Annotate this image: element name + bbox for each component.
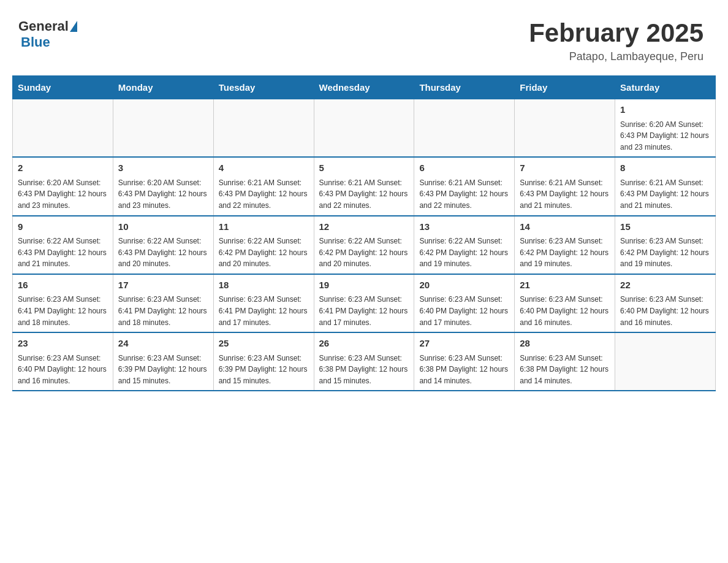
calendar-cell <box>314 99 414 158</box>
calendar-cell <box>213 99 314 158</box>
day-number: 26 <box>319 337 409 351</box>
day-info: Sunrise: 6:23 AM Sunset: 6:40 PM Dayligh… <box>520 294 610 328</box>
day-number: 2 <box>18 161 108 175</box>
day-number: 10 <box>118 220 208 234</box>
calendar-cell: 24Sunrise: 6:23 AM Sunset: 6:39 PM Dayli… <box>113 332 213 391</box>
day-info: Sunrise: 6:23 AM Sunset: 6:38 PM Dayligh… <box>419 353 509 387</box>
day-info: Sunrise: 6:20 AM Sunset: 6:43 PM Dayligh… <box>18 177 108 212</box>
day-info: Sunrise: 6:23 AM Sunset: 6:40 PM Dayligh… <box>620 294 710 328</box>
day-number: 27 <box>419 337 509 351</box>
calendar-cell: 2Sunrise: 6:20 AM Sunset: 6:43 PM Daylig… <box>13 157 113 215</box>
day-info: Sunrise: 6:21 AM Sunset: 6:43 PM Dayligh… <box>620 177 710 212</box>
calendar-cell: 12Sunrise: 6:22 AM Sunset: 6:42 PM Dayli… <box>314 216 414 274</box>
calendar-cell <box>414 99 515 158</box>
day-info: Sunrise: 6:20 AM Sunset: 6:43 PM Dayligh… <box>620 119 710 153</box>
day-info: Sunrise: 6:21 AM Sunset: 6:43 PM Dayligh… <box>520 177 610 212</box>
day-info: Sunrise: 6:23 AM Sunset: 6:38 PM Dayligh… <box>319 353 409 387</box>
calendar-cell: 15Sunrise: 6:23 AM Sunset: 6:42 PM Dayli… <box>615 216 716 274</box>
calendar-cell: 13Sunrise: 6:22 AM Sunset: 6:42 PM Dayli… <box>414 216 515 274</box>
calendar-cell: 22Sunrise: 6:23 AM Sunset: 6:40 PM Dayli… <box>615 274 716 332</box>
day-info: Sunrise: 6:21 AM Sunset: 6:43 PM Dayligh… <box>319 177 409 212</box>
day-info: Sunrise: 6:23 AM Sunset: 6:41 PM Dayligh… <box>319 294 409 328</box>
day-number: 18 <box>219 278 309 293</box>
weekday-header-row: SundayMondayTuesdayWednesdayThursdayFrid… <box>13 76 716 99</box>
calendar-cell: 23Sunrise: 6:23 AM Sunset: 6:40 PM Dayli… <box>13 332 113 391</box>
calendar-title: February 2025 <box>529 18 703 48</box>
calendar-cell: 28Sunrise: 6:23 AM Sunset: 6:38 PM Dayli… <box>515 332 615 391</box>
day-info: Sunrise: 6:23 AM Sunset: 6:41 PM Dayligh… <box>219 294 309 328</box>
day-info: Sunrise: 6:20 AM Sunset: 6:43 PM Dayligh… <box>118 177 208 212</box>
calendar-cell: 5Sunrise: 6:21 AM Sunset: 6:43 PM Daylig… <box>314 157 414 215</box>
weekday-header-wednesday: Wednesday <box>314 76 414 99</box>
calendar-cell: 4Sunrise: 6:21 AM Sunset: 6:43 PM Daylig… <box>213 157 314 215</box>
calendar-cell: 17Sunrise: 6:23 AM Sunset: 6:41 PM Dayli… <box>113 274 213 332</box>
day-number: 15 <box>620 220 710 234</box>
calendar-cell: 8Sunrise: 6:21 AM Sunset: 6:43 PM Daylig… <box>615 157 716 215</box>
weekday-header-tuesday: Tuesday <box>213 76 314 99</box>
day-number: 11 <box>219 220 309 234</box>
day-info: Sunrise: 6:23 AM Sunset: 6:39 PM Dayligh… <box>219 353 309 387</box>
day-number: 8 <box>620 161 710 175</box>
calendar-week-row: 9Sunrise: 6:22 AM Sunset: 6:43 PM Daylig… <box>13 216 716 274</box>
day-number: 14 <box>520 220 610 234</box>
calendar-cell: 18Sunrise: 6:23 AM Sunset: 6:41 PM Dayli… <box>213 274 314 332</box>
calendar-cell: 27Sunrise: 6:23 AM Sunset: 6:38 PM Dayli… <box>414 332 515 391</box>
day-info: Sunrise: 6:23 AM Sunset: 6:41 PM Dayligh… <box>118 294 208 328</box>
day-number: 13 <box>419 220 509 234</box>
calendar-cell: 9Sunrise: 6:22 AM Sunset: 6:43 PM Daylig… <box>13 216 113 274</box>
logo-blue-text: Blue <box>21 34 50 50</box>
day-number: 24 <box>118 337 208 351</box>
day-number: 23 <box>18 337 108 351</box>
title-block: February 2025 Patapo, Lambayeque, Peru <box>529 18 703 63</box>
calendar-cell <box>615 332 716 391</box>
calendar-cell: 25Sunrise: 6:23 AM Sunset: 6:39 PM Dayli… <box>213 332 314 391</box>
day-number: 6 <box>419 161 509 175</box>
calendar-week-row: 23Sunrise: 6:23 AM Sunset: 6:40 PM Dayli… <box>13 332 716 391</box>
day-number: 5 <box>319 161 409 175</box>
day-info: Sunrise: 6:23 AM Sunset: 6:40 PM Dayligh… <box>18 353 108 387</box>
weekday-header-friday: Friday <box>515 76 615 99</box>
weekday-header-saturday: Saturday <box>615 76 716 99</box>
day-info: Sunrise: 6:22 AM Sunset: 6:43 PM Dayligh… <box>118 236 208 270</box>
day-number: 9 <box>18 220 108 234</box>
day-info: Sunrise: 6:22 AM Sunset: 6:42 PM Dayligh… <box>319 236 409 270</box>
day-number: 3 <box>118 161 208 175</box>
weekday-header-thursday: Thursday <box>414 76 515 99</box>
day-number: 21 <box>520 278 610 293</box>
weekday-header-monday: Monday <box>113 76 213 99</box>
calendar-week-row: 2Sunrise: 6:20 AM Sunset: 6:43 PM Daylig… <box>13 157 716 215</box>
day-number: 25 <box>219 337 309 351</box>
day-info: Sunrise: 6:21 AM Sunset: 6:43 PM Dayligh… <box>419 177 509 212</box>
day-number: 19 <box>319 278 409 293</box>
calendar-cell <box>13 99 113 158</box>
calendar-cell: 3Sunrise: 6:20 AM Sunset: 6:43 PM Daylig… <box>113 157 213 215</box>
day-info: Sunrise: 6:23 AM Sunset: 6:42 PM Dayligh… <box>520 236 610 270</box>
calendar-cell: 21Sunrise: 6:23 AM Sunset: 6:40 PM Dayli… <box>515 274 615 332</box>
calendar-cell <box>113 99 213 158</box>
logo-icon <box>70 21 77 32</box>
day-info: Sunrise: 6:23 AM Sunset: 6:39 PM Dayligh… <box>118 353 208 387</box>
day-info: Sunrise: 6:22 AM Sunset: 6:43 PM Dayligh… <box>18 236 108 270</box>
day-number: 12 <box>319 220 409 234</box>
day-info: Sunrise: 6:23 AM Sunset: 6:41 PM Dayligh… <box>18 294 108 328</box>
calendar-cell: 11Sunrise: 6:22 AM Sunset: 6:42 PM Dayli… <box>213 216 314 274</box>
day-number: 7 <box>520 161 610 175</box>
logo: General Blue <box>18 18 78 50</box>
day-info: Sunrise: 6:21 AM Sunset: 6:43 PM Dayligh… <box>219 177 309 212</box>
day-number: 17 <box>118 278 208 293</box>
calendar-week-row: 1Sunrise: 6:20 AM Sunset: 6:43 PM Daylig… <box>13 99 716 158</box>
weekday-header-sunday: Sunday <box>13 76 113 99</box>
calendar-cell: 10Sunrise: 6:22 AM Sunset: 6:43 PM Dayli… <box>113 216 213 274</box>
day-number: 20 <box>419 278 509 293</box>
day-number: 16 <box>18 278 108 293</box>
calendar-cell: 20Sunrise: 6:23 AM Sunset: 6:40 PM Dayli… <box>414 274 515 332</box>
calendar-cell <box>515 99 615 158</box>
calendar-cell: 7Sunrise: 6:21 AM Sunset: 6:43 PM Daylig… <box>515 157 615 215</box>
calendar-cell: 26Sunrise: 6:23 AM Sunset: 6:38 PM Dayli… <box>314 332 414 391</box>
calendar-cell: 16Sunrise: 6:23 AM Sunset: 6:41 PM Dayli… <box>13 274 113 332</box>
day-info: Sunrise: 6:22 AM Sunset: 6:42 PM Dayligh… <box>219 236 309 270</box>
day-info: Sunrise: 6:23 AM Sunset: 6:42 PM Dayligh… <box>620 236 710 270</box>
day-info: Sunrise: 6:22 AM Sunset: 6:42 PM Dayligh… <box>419 236 509 270</box>
calendar-cell: 14Sunrise: 6:23 AM Sunset: 6:42 PM Dayli… <box>515 216 615 274</box>
logo-general-text: General <box>18 18 69 34</box>
